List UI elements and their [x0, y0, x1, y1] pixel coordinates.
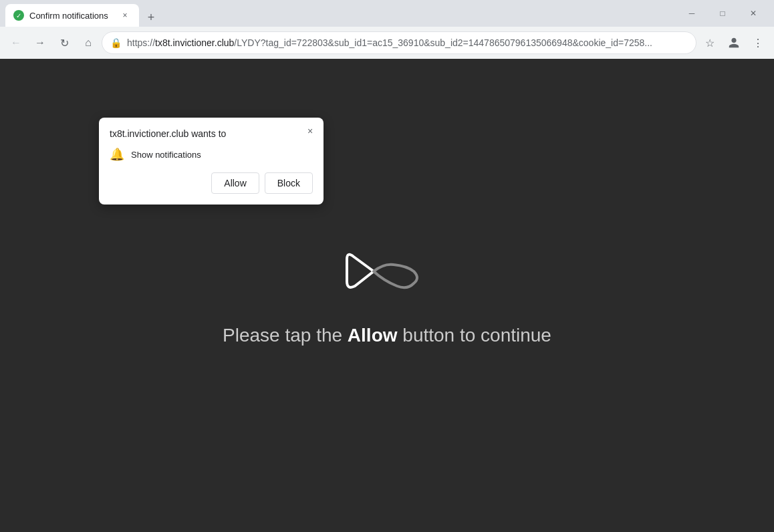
allow-button[interactable]: Allow: [211, 172, 259, 194]
url-display: https://tx8t.invictioner.club/LYDY?tag_i…: [127, 37, 688, 48]
tab-title: Confirm notifications: [29, 11, 114, 21]
url-host: tx8t.invictioner.club: [155, 37, 234, 48]
url-scheme: https://: [127, 37, 155, 48]
active-tab[interactable]: Confirm notifications ×: [5, 4, 139, 27]
cta-after: button to continue: [398, 325, 551, 346]
cta-before: Please tap the: [223, 325, 348, 346]
bell-icon: 🔔: [110, 147, 124, 162]
cta-highlight: Allow: [348, 325, 398, 346]
bookmark-button[interactable]: ☆: [699, 32, 721, 53]
permission-text: Show notifications: [131, 150, 201, 160]
block-button[interactable]: Block: [265, 172, 313, 194]
lock-icon: 🔒: [110, 37, 122, 48]
page-content: × tx8t.invictioner.club wants to 🔔 Show …: [0, 59, 774, 532]
close-button[interactable]: ✕: [738, 0, 769, 27]
logo-area: Please tap the Allow button to continue: [223, 245, 551, 346]
chrome-window: Confirm notifications × + ─ □ ✕ ← → ↻ ⌂ …: [0, 0, 774, 532]
minimize-button[interactable]: ─: [676, 0, 707, 27]
popup-title: tx8t.invictioner.club wants to: [110, 128, 313, 139]
popup-permission: 🔔 Show notifications: [110, 147, 313, 162]
maximize-button[interactable]: □: [707, 0, 738, 27]
notification-popup: × tx8t.invictioner.club wants to 🔔 Show …: [99, 118, 324, 205]
address-bar[interactable]: 🔒 https://tx8t.invictioner.club/LYDY?tag…: [102, 31, 696, 54]
new-tab-button[interactable]: +: [142, 8, 160, 27]
popup-close-button[interactable]: ×: [302, 123, 318, 139]
cta-text: Please tap the Allow button to continue: [223, 325, 551, 346]
tab-area: Confirm notifications × +: [5, 0, 674, 27]
nav-bar: ← → ↻ ⌂ 🔒 https://tx8t.invictioner.club/…: [0, 27, 774, 59]
site-logo: [340, 245, 434, 298]
account-button[interactable]: [723, 32, 745, 53]
title-bar: Confirm notifications × + ─ □ ✕: [0, 0, 774, 27]
menu-button[interactable]: ⋮: [747, 32, 769, 53]
reload-button[interactable]: ↻: [53, 32, 75, 53]
home-button[interactable]: ⌂: [78, 32, 99, 53]
window-controls: ─ □ ✕: [676, 0, 769, 27]
forward-button[interactable]: →: [29, 32, 51, 53]
popup-actions: Allow Block: [110, 172, 313, 194]
url-path: /LYDY?tag_id=722803&sub_id1=ac15_36910&s…: [234, 37, 652, 48]
back-button[interactable]: ←: [5, 32, 27, 53]
tab-close-button[interactable]: ×: [119, 9, 131, 21]
tab-favicon: [13, 10, 24, 21]
